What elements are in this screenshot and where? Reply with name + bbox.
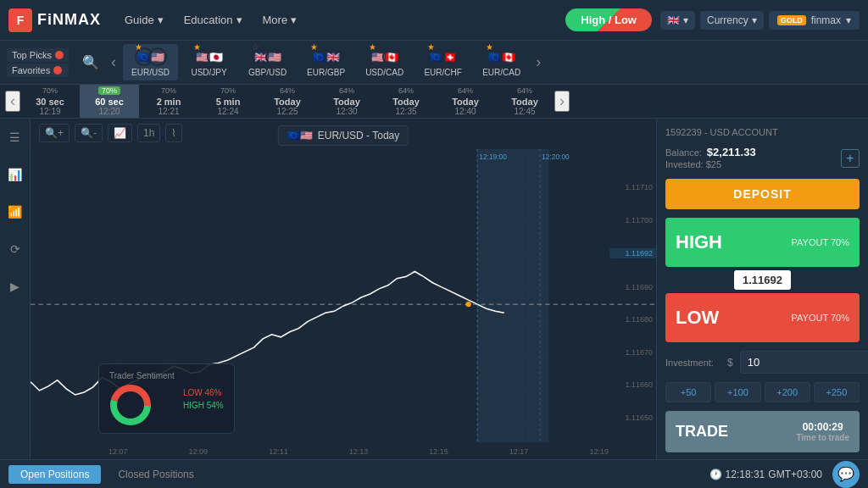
time-value: 12:30 (336, 107, 357, 116)
chart-type-button[interactable]: 📈 (108, 124, 132, 142)
time-label: 30 sec (36, 97, 64, 107)
balance-value: $2,211.33 (707, 146, 756, 158)
time-axis-label: 12:15 (429, 447, 448, 456)
logo-text: FiNMAX (37, 11, 101, 29)
time-left-arrow[interactable]: ‹ (5, 91, 20, 112)
nav-education[interactable]: Education ▾ (174, 0, 253, 41)
pair-eurchf[interactable]: ★ 🇪🇺 🇨🇭 EUR/CHF (415, 44, 470, 80)
pair-usdcad-flags: ★ 🇺🇸 🇨🇦 (369, 47, 401, 66)
time-axis-label: 12:07 (108, 447, 128, 456)
bottom-bar: Open Positions Closed Positions 🕐 12:18:… (0, 459, 868, 488)
chat-button[interactable]: 💬 (832, 461, 860, 488)
time-slot-60sec[interactable]: 70% 60 sec 12:20 (80, 85, 139, 119)
sidebar-play-icon[interactable]: ▶ (3, 274, 27, 298)
sentiment-info: LOW 46% HIGH 54% (183, 388, 224, 410)
trader-sentiment: Trader Sentiment LOW 46% HIGH (98, 363, 235, 434)
time-slot-today3[interactable]: 64% Today 12:35 (376, 85, 436, 119)
pair-eurcad[interactable]: ★ 🇪🇺 🇨🇦 EUR/CAD (474, 44, 529, 80)
add-funds-button[interactable]: + (841, 149, 860, 168)
time-slot-5min[interactable]: 70% 5 min 12:24 (198, 85, 258, 119)
sidebar-history-icon[interactable]: ⟳ (3, 237, 27, 261)
low-button[interactable]: LOW PAYOUT 70% (665, 293, 860, 342)
time-pct: 64% (458, 86, 473, 95)
nav-guide[interactable]: Guide ▾ (114, 0, 174, 41)
svg-point-4 (465, 302, 470, 307)
time-pct: 64% (398, 86, 414, 95)
pairs-right-arrow[interactable]: › (532, 53, 544, 71)
time-value: 12:25 (276, 107, 298, 116)
sentiment-high: HIGH 54% (183, 401, 224, 410)
time-slot-2min[interactable]: 70% 2 min 12:21 (139, 85, 198, 119)
pair-eurgbp-flags: ★ 🇪🇺 🇬🇧 (310, 47, 342, 66)
sidebar-menu-icon[interactable]: ☰ (3, 125, 27, 149)
star-icon: ★ (193, 42, 201, 52)
logo[interactable]: F FiNMAX (8, 8, 101, 32)
sidebar-chart-icon[interactable]: 📊 (3, 163, 27, 186)
quick-200-button[interactable]: +200 (765, 382, 810, 402)
pair-eurgbp[interactable]: ★ 🇪🇺 🇬🇧 EUR/GBP (298, 44, 353, 80)
time-slot-today4[interactable]: 64% Today 12:40 (436, 85, 495, 119)
quick-100-button[interactable]: +100 (715, 382, 760, 402)
pair-gbpusd[interactable]: ☆ 🇬🇧 🇺🇸 GBP/USD (240, 44, 295, 80)
time-label: 60 sec (95, 97, 124, 107)
currency-pairs-row: Top Picks Favorites 🔍 ‹ ★ 🇪🇺 🇺🇸 EUR/USD … (0, 41, 868, 85)
quick-50-button[interactable]: +50 (665, 382, 711, 402)
logo-icon: F (8, 8, 32, 32)
star-icon: ☆ (252, 42, 259, 52)
time-slot-today1[interactable]: 64% Today 12:25 (258, 85, 317, 119)
top-picks-button[interactable]: Top Picks (7, 48, 69, 62)
user-menu[interactable]: GOLD finmax ▾ (769, 11, 860, 30)
pairs-left-arrow[interactable]: ‹ (108, 53, 120, 71)
high-button[interactable]: HIGH PAYOUT 70% (665, 218, 860, 267)
pair-eurusd[interactable]: ★ 🇪🇺 🇺🇸 EUR/USD (123, 44, 178, 80)
clock: 🕐 12:18:31 GMT+03:00 (709, 469, 822, 480)
chart-area: 🔍+ 🔍- 📈 1h ⌇ 🇪🇺🇺🇸 EUR/USD - Today (31, 119, 656, 459)
closed-positions-tab[interactable]: Closed Positions (106, 465, 205, 484)
left-sidebar: ☰ 📊 📶 ⟳ ▶ (0, 119, 31, 459)
zoom-out-button[interactable]: 🔍- (75, 124, 103, 142)
time-value: 12:24 (217, 107, 238, 116)
quick-250-button[interactable]: +250 (814, 382, 860, 402)
timeframe-button[interactable]: 1h (137, 124, 160, 142)
time-slot-today2[interactable]: 64% Today 12:30 (317, 85, 376, 119)
time-axis-label: 12:17 (509, 447, 529, 456)
high-low-group: HIGH PAYOUT 70% 1.11692 LOW PAYOUT 70% (665, 218, 860, 342)
zoom-in-button[interactable]: 🔍+ (39, 124, 70, 142)
language-selector[interactable]: 🇬🇧 ▾ (660, 11, 695, 30)
time-value: 12:21 (158, 107, 179, 116)
nav-more[interactable]: More ▾ (253, 0, 308, 41)
price-tick: 1.11700 (609, 216, 656, 225)
open-positions-tab[interactable]: Open Positions (8, 465, 101, 484)
svg-text:12:19:00: 12:19:00 (479, 153, 507, 161)
time-label: Today (392, 97, 420, 107)
pair-usdcad[interactable]: ★ 🇺🇸 🇨🇦 USD/CAD (357, 44, 412, 80)
investment-label: Investment: (665, 358, 721, 368)
flag-us: 🇺🇸 (265, 47, 284, 66)
star-icon: ★ (486, 42, 493, 52)
star-icon: ★ (310, 42, 318, 52)
deposit-button[interactable]: DEPOSIT (665, 179, 860, 209)
bottom-right: 🕐 12:18:31 GMT+03:00 💬 (709, 461, 860, 488)
time-slot-today5[interactable]: 64% Today 12:45 (495, 85, 554, 119)
time-slot-30sec[interactable]: 70% 30 sec 12:19 (20, 85, 80, 119)
favorites-dot (53, 66, 62, 75)
time-label: 5 min (216, 97, 241, 107)
high-low-button[interactable]: High / Low (565, 8, 652, 31)
indicators-button[interactable]: ⌇ (165, 124, 182, 142)
time-right-arrow[interactable]: › (554, 91, 570, 112)
search-button[interactable]: 🔍 (77, 51, 104, 74)
favorites-button[interactable]: Favorites (7, 64, 69, 77)
currency-selector[interactable]: Currency ▾ (700, 11, 764, 30)
top-nav: F FiNMAX Guide ▾ Education ▾ More ▾ High… (0, 0, 868, 41)
chart-pair-label: 🇪🇺🇺🇸 EUR/USD - Today (278, 125, 409, 146)
pair-usdjpy[interactable]: ★ 🇺🇸 🇯🇵 USD/JPY (181, 44, 236, 80)
sentiment-donut (109, 384, 152, 426)
trade-button[interactable]: TRADE 00:00:29 Time to trade (665, 411, 860, 452)
chart-toolbar: 🔍+ 🔍- 📈 1h ⌇ (31, 119, 191, 147)
dollar-sign: $ (727, 357, 733, 369)
time-value: 12:35 (395, 107, 416, 116)
time-pct: 70% (98, 86, 120, 95)
sidebar-signal-icon[interactable]: 📶 (3, 200, 27, 224)
balance-row: Balance: $2,211.33 Invested: $25 + (665, 146, 860, 170)
investment-input[interactable] (740, 351, 868, 374)
